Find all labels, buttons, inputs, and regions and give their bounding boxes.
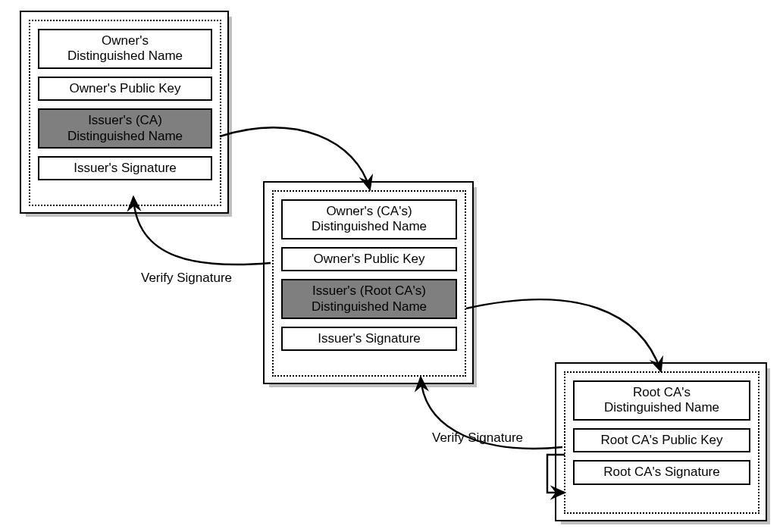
field-ca-owner-pk: Owner's Public Key bbox=[281, 247, 457, 271]
field-root-sig: Root CA's Signature bbox=[573, 460, 750, 484]
field-root-pk: Root CA's Public Key bbox=[573, 428, 750, 452]
label-verify-signature-2: Verify Signature bbox=[432, 430, 523, 446]
certificate-owner: Owner'sDistinguished Name Owner's Public… bbox=[20, 11, 229, 214]
field-owner-pk: Owner's Public Key bbox=[38, 77, 212, 101]
field-owner-dn: Owner'sDistinguished Name bbox=[38, 29, 212, 69]
label-verify-signature-1: Verify Signature bbox=[141, 271, 232, 286]
field-ca-owner-dn: Owner's (CA's)Distinguished Name bbox=[281, 199, 457, 239]
field-ca-issuer-sig: Issuer's Signature bbox=[281, 327, 457, 351]
field-issuer-sig: Issuer's Signature bbox=[38, 156, 212, 180]
certificate-ca: Owner's (CA's)Distinguished Name Owner's… bbox=[263, 181, 474, 384]
field-ca-issuer-dn: Issuer's (Root CA's)Distinguished Name bbox=[281, 279, 457, 319]
arrow-issuer-to-ca bbox=[220, 127, 370, 189]
arrow-ca-issuer-to-root bbox=[466, 299, 661, 371]
certificate-root-ca: Root CA'sDistinguished Name Root CA's Pu… bbox=[555, 362, 767, 521]
field-root-dn: Root CA'sDistinguished Name bbox=[573, 380, 750, 421]
field-issuer-dn: Issuer's (CA)Distinguished Name bbox=[38, 108, 212, 149]
